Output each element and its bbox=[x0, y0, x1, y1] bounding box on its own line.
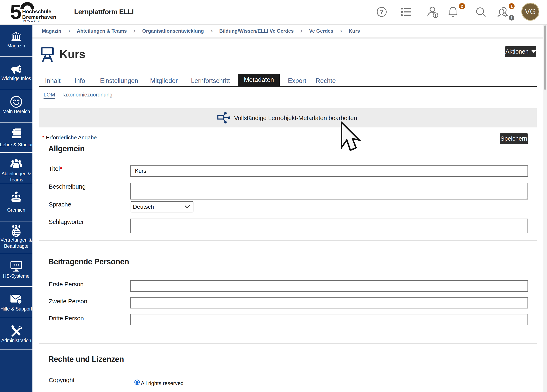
svg-text:?: ? bbox=[19, 300, 21, 304]
svg-text:Hochschule: Hochschule bbox=[22, 9, 51, 14]
svg-text:1975 – 2025: 1975 – 2025 bbox=[22, 19, 41, 23]
svg-text:?: ? bbox=[380, 8, 383, 15]
svg-text:Bremerhaven: Bremerhaven bbox=[22, 14, 56, 20]
svg-text:5: 5 bbox=[10, 2, 21, 23]
